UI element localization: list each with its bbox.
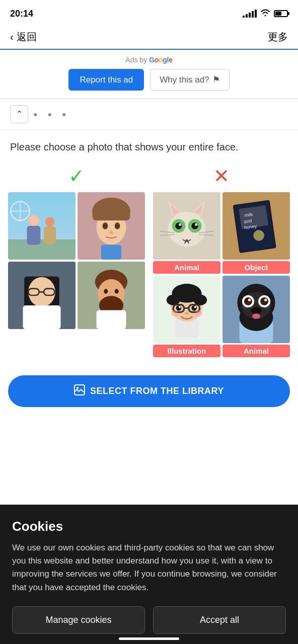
svg-point-7 [45, 217, 55, 227]
bad-photos-column: ✕ [153, 164, 290, 357]
good-photos-column: ✓ [8, 164, 145, 357]
svg-point-67 [176, 305, 182, 311]
svg-point-42 [179, 223, 181, 226]
photo-section: ✓ [0, 159, 298, 367]
svg-point-41 [191, 222, 198, 229]
svg-point-63 [193, 295, 207, 305]
svg-point-88 [77, 387, 79, 389]
good-photo-face [78, 192, 145, 260]
signal-icon [243, 10, 257, 18]
wifi-icon [260, 9, 271, 19]
bad-photo-book: milk and honey [222, 192, 290, 260]
ad-action-buttons: Report this ad Why this ad? ⚑ [8, 69, 290, 91]
cookie-title: Cookies [12, 519, 286, 534]
svg-point-29 [104, 289, 108, 293]
back-arrow-icon: ‹ [10, 31, 14, 43]
cookie-banner: Cookies We use our own cookies and third… [0, 505, 298, 644]
svg-rect-31 [97, 310, 126, 329]
svg-point-84 [264, 299, 267, 301]
back-label: 返回 [17, 30, 37, 44]
collapse-bar: ⌃ ● ● ● [0, 99, 298, 130]
svg-text:and: and [244, 218, 252, 224]
bad-photos-grid: Animal [153, 192, 290, 357]
more-button[interactable]: 更多 [268, 30, 288, 44]
xmark-header: ✕ [153, 164, 290, 188]
bad-photo-pug-container: Animal [222, 276, 290, 357]
why-ad-button[interactable]: Why this ad? ⚑ [150, 69, 229, 91]
status-icons [243, 9, 288, 19]
svg-point-83 [248, 299, 251, 301]
report-ad-button[interactable]: Report this ad [68, 69, 144, 91]
chevron-up-icon: ⌃ [16, 109, 23, 120]
bad-photo-cartoon-container: Illustration [153, 276, 220, 357]
good-photo-couple [8, 192, 76, 260]
back-button[interactable]: ‹ 返回 [10, 30, 37, 44]
svg-point-69 [179, 306, 181, 308]
select-btn-label: SELECT FROM THE LIBRARY [90, 386, 224, 396]
status-time: 20:14 [10, 9, 33, 19]
bad-photo-cat [153, 192, 220, 260]
battery-icon [274, 10, 288, 17]
svg-rect-6 [27, 226, 41, 245]
ads-by-google: Ads by Google [8, 56, 290, 64]
nav-bar: ‹ 返回 更多 [0, 25, 298, 50]
tab-strip: ● ● ● [33, 109, 288, 119]
bad-photo-pug [222, 276, 290, 343]
checkmark-header: ✓ [8, 164, 145, 188]
instruction-text: Please choose a photo that shows your en… [0, 130, 298, 159]
svg-point-73 [195, 310, 202, 316]
bad-photo-cartoon [153, 276, 220, 343]
svg-point-68 [191, 305, 197, 311]
bad-label-animal-1: Animal [153, 261, 220, 274]
bad-photo-cat-container: Animal [153, 192, 220, 274]
svg-point-70 [194, 306, 196, 308]
svg-rect-4 [8, 239, 76, 260]
svg-rect-23 [23, 305, 60, 329]
status-bar: 20:14 [0, 0, 298, 25]
svg-point-13 [103, 222, 108, 229]
ad-banner: Ads by Google Report this ad Why this ad… [0, 50, 298, 99]
svg-point-72 [171, 310, 178, 316]
svg-point-71 [185, 312, 189, 314]
manage-cookies-button[interactable]: Manage cookies [12, 606, 145, 634]
collapse-button[interactable]: ⌃ [10, 105, 28, 123]
svg-rect-8 [44, 226, 56, 244]
photo-columns: ✓ [8, 164, 290, 357]
bad-photo-book-container: milk and honey Object [222, 192, 290, 274]
select-from-library-button[interactable]: SELECT FROM THE LIBRARY [8, 375, 290, 407]
svg-point-62 [167, 295, 180, 305]
accept-all-button[interactable]: Accept all [153, 606, 286, 634]
bad-label-object: Object [222, 261, 290, 274]
svg-rect-15 [101, 245, 121, 260]
svg-point-85 [251, 307, 261, 314]
main-content: ⌃ ● ● ● Please choose a photo that shows… [0, 99, 298, 415]
good-photos-grid [8, 192, 145, 329]
good-photo-bearded-man [78, 262, 145, 329]
svg-point-81 [244, 297, 252, 305]
cookie-buttons: Manage cookies Accept all [12, 606, 286, 634]
svg-point-40 [175, 222, 182, 229]
flag-icon: ⚑ [212, 74, 220, 85]
svg-point-14 [115, 222, 120, 229]
bad-label-illustration: Illustration [153, 345, 220, 357]
good-photo-woman-glasses [8, 262, 76, 329]
svg-point-5 [28, 215, 39, 226]
svg-point-43 [195, 223, 197, 226]
svg-point-86 [252, 313, 260, 319]
select-btn-wrap: SELECT FROM THE LIBRARY [0, 367, 298, 415]
svg-rect-12 [92, 206, 130, 220]
home-indicator [119, 637, 179, 640]
bad-label-animal-2: Animal [222, 345, 290, 357]
svg-point-82 [260, 297, 268, 305]
photo-icon [74, 384, 85, 398]
svg-point-30 [115, 289, 119, 293]
cookie-body-text: We use our own cookies and third-party c… [12, 541, 286, 594]
